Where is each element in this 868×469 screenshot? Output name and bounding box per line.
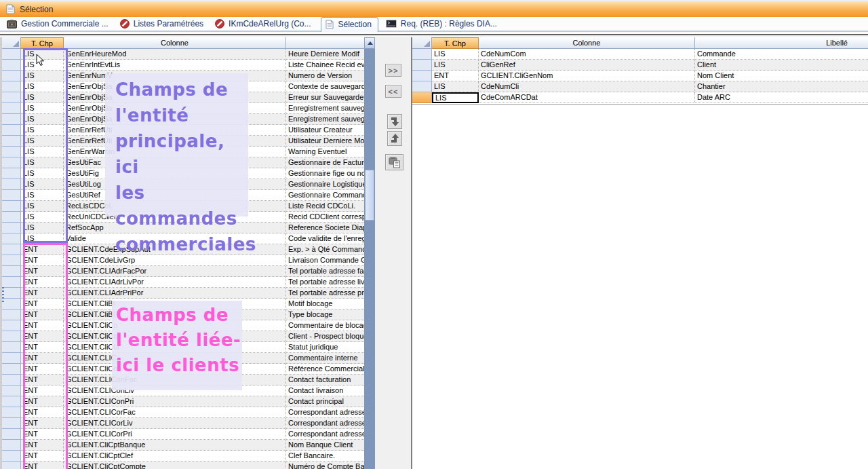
- field-column-cell[interactable]: GCLIENT.CLICorFac: [64, 407, 286, 418]
- field-label-cell[interactable]: Gestionnaire Commande: [286, 190, 367, 201]
- add-all-button[interactable]: >>: [385, 64, 401, 77]
- field-column-cell[interactable]: GCLIENT.CliCptBanque: [64, 440, 286, 451]
- row-selector[interactable]: [2, 168, 21, 179]
- field-label-cell[interactable]: Warning Eventuel: [286, 147, 367, 157]
- move-up-button[interactable]: [387, 131, 402, 146]
- select-all-corner[interactable]: [2, 37, 21, 49]
- field-label-cell[interactable]: Gestionnaire fige ou nor: [286, 168, 367, 179]
- field-column-cell[interactable]: CdeNumCli: [479, 81, 695, 92]
- tab-listes-parametrees[interactable]: Listes Paramétrées: [119, 18, 208, 31]
- field-label-cell[interactable]: Type blocage: [286, 309, 367, 320]
- field-label-cell[interactable]: Contact facturation: [286, 375, 367, 386]
- field-label-cell[interactable]: Nom Banque Client: [286, 440, 367, 451]
- row-selector[interactable]: [2, 190, 21, 201]
- field-label-cell[interactable]: Correspondant adresse: [286, 407, 367, 418]
- select-all-corner[interactable]: [412, 37, 432, 49]
- field-label-cell[interactable]: Numero de Version: [286, 71, 367, 81]
- row-selector[interactable]: [2, 440, 21, 451]
- field-label-cell[interactable]: Utilisateur Derniere Mod: [286, 136, 367, 147]
- scrollbar-thumb[interactable]: [365, 170, 374, 221]
- row-selector[interactable]: [412, 60, 432, 71]
- field-label-cell[interactable]: Correspondant adresse: [286, 418, 367, 429]
- field-label-cell[interactable]: Contact livraison: [286, 386, 367, 396]
- row-selector[interactable]: [2, 147, 21, 157]
- field-type-cell[interactable]: LIS: [432, 49, 479, 60]
- tab-gestion-commerciale[interactable]: Gestion Commerciale ...: [5, 18, 113, 31]
- field-label-cell[interactable]: Clef Bancaire.: [286, 451, 367, 462]
- tab-selection[interactable]: Sélection: [321, 17, 378, 32]
- row-selector[interactable]: [2, 277, 21, 288]
- field-column-cell[interactable]: GCLIENT.CliCptCompte: [64, 462, 286, 469]
- field-label-cell[interactable]: Motif blocage: [286, 299, 367, 309]
- row-selector[interactable]: [412, 71, 432, 81]
- scroll-up-button[interactable]: [364, 37, 375, 49]
- row-selector[interactable]: [2, 125, 21, 136]
- field-column-cell[interactable]: GCLIENT.CLIConPri: [64, 396, 286, 407]
- row-selector[interactable]: [2, 201, 21, 212]
- remove-all-button[interactable]: <<: [385, 85, 401, 98]
- field-label-cell[interactable]: Commentaire interne: [286, 353, 367, 364]
- field-label-cell[interactable]: Exp. > à Qté Commandé: [286, 244, 367, 255]
- row-selector[interactable]: [2, 375, 21, 386]
- field-label-cell[interactable]: Livraison Commande Gr: [286, 255, 367, 266]
- row-selector[interactable]: [2, 157, 21, 168]
- row-selector[interactable]: [2, 418, 21, 429]
- field-column-cell[interactable]: GCLIENT.CLICorLiv: [64, 418, 286, 429]
- column-header-libelle[interactable]: Libellé: [695, 37, 868, 49]
- field-label-cell[interactable]: Tel portable adresse pri: [286, 288, 367, 299]
- field-column-cell[interactable]: CliGenRef: [479, 60, 695, 71]
- row-selector[interactable]: [2, 407, 21, 418]
- splitter-handle[interactable]: [2, 287, 4, 302]
- column-header-colonne[interactable]: Colonne: [479, 37, 695, 49]
- field-column-cell[interactable]: GenEnrIntEvtLis: [64, 60, 286, 71]
- tab-req-reb[interactable]: Req. (REB) : Règles DIA...: [384, 18, 501, 31]
- field-column-cell[interactable]: GCLIENT.CliGenNom: [479, 71, 695, 81]
- field-label-cell[interactable]: Date ARC: [695, 92, 868, 103]
- row-selector[interactable]: [2, 114, 21, 125]
- field-column-cell[interactable]: CdeNumCom: [479, 49, 695, 60]
- field-type-cell[interactable]: LIS: [432, 92, 479, 103]
- row-selector[interactable]: [2, 320, 21, 331]
- field-label-cell[interactable]: Contexte de sauvegarde: [286, 81, 367, 92]
- row-selector[interactable]: [412, 92, 432, 103]
- field-label-cell[interactable]: Erreur sur Sauvegarde c: [286, 92, 367, 103]
- row-selector[interactable]: [2, 223, 21, 233]
- field-label-cell[interactable]: Commande: [695, 49, 868, 60]
- field-column-cell[interactable]: GCLIENT.CLIAdrLivPor: [64, 277, 286, 288]
- row-selector[interactable]: [2, 309, 21, 320]
- copy-button[interactable]: [385, 154, 403, 170]
- field-column-cell[interactable]: GenEnrHeureMod: [64, 49, 286, 60]
- row-selector[interactable]: [2, 103, 21, 114]
- field-label-cell[interactable]: Client - Prospect bloqué: [286, 331, 367, 342]
- field-label-cell[interactable]: Correspondant adresse: [286, 429, 367, 440]
- move-down-button[interactable]: [387, 114, 402, 129]
- field-column-cell[interactable]: GCLIENT.CLICorPri: [64, 429, 286, 440]
- row-selector[interactable]: [2, 60, 21, 71]
- field-label-cell[interactable]: Référence Commercial: [286, 364, 367, 375]
- row-selector[interactable]: [2, 92, 21, 103]
- field-label-cell[interactable]: Gestionnaire de Factura: [286, 157, 367, 168]
- field-label-cell[interactable]: Enregistrement sauvega: [286, 114, 367, 125]
- row-selector[interactable]: [2, 255, 21, 266]
- field-label-cell[interactable]: Client: [695, 60, 868, 71]
- field-type-cell[interactable]: LIS: [432, 60, 479, 71]
- field-column-cell[interactable]: GCLIENT.CliCptClef: [64, 451, 286, 462]
- field-label-cell[interactable]: Statut juridique: [286, 342, 367, 353]
- field-label-cell[interactable]: Utilisateur Createur: [286, 125, 367, 136]
- row-selector[interactable]: [2, 266, 21, 277]
- field-label-cell[interactable]: Heure Derniere Modif: [286, 49, 367, 60]
- column-header-tchp[interactable]: T. Chp: [432, 37, 479, 49]
- row-selector[interactable]: [2, 244, 21, 255]
- row-selector[interactable]: [2, 49, 21, 60]
- column-header-colonne[interactable]: Colonne: [64, 37, 286, 49]
- row-selector[interactable]: [412, 49, 432, 60]
- field-label-cell[interactable]: Recid CDClient correspo: [286, 212, 367, 223]
- row-selector[interactable]: [2, 179, 21, 190]
- row-selector[interactable]: [2, 233, 21, 244]
- field-label-cell[interactable]: Reference Societe Diap: [286, 223, 367, 233]
- field-label-cell[interactable]: Code validite de l'enregi: [286, 233, 367, 244]
- field-label-cell[interactable]: Contact principal: [286, 396, 367, 407]
- row-selector[interactable]: [2, 136, 21, 147]
- field-type-cell[interactable]: LIS: [432, 81, 479, 92]
- field-column-cell[interactable]: CdeComARCDat: [479, 92, 695, 103]
